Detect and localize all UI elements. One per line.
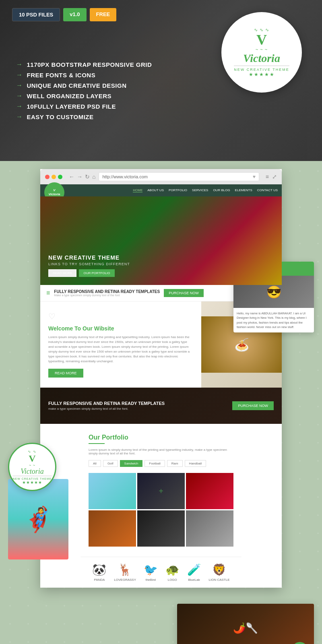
address-bar[interactable]: http://www.victoria.com ♥ [99,172,259,181]
victoria-logo: ∿ ∿ ∿ V ~ ~ ~ Victoria NEW CREATIVE THEM… [221,12,302,93]
portfolio-item-3[interactable] [186,473,233,509]
feature-item-4: WELL ORGANIZED LAYERS [16,92,306,99]
logo-main: 🐢 LOGO [165,563,180,582]
banner-subtitle: Make a type specimen simply dummy text o… [54,294,160,297]
banner-title: FULLY RESPONSIVE AND RETINA READY TEMPLA… [54,289,160,294]
logo-thebird: 🐦 theBird [144,563,158,582]
parallax-purchase-btn[interactable]: PURCHASE NOW [232,401,274,410]
read-more-btn[interactable]: READ MORE [48,369,83,378]
filter-football[interactable]: Football [144,460,165,467]
hero-banner: NEW CREATIVE THEME LINKS TO TRY SOMETHIN… [40,196,282,285]
nav-elements[interactable]: ELEMENTS [235,188,252,192]
portfolio-divider [89,443,105,444]
thebird-label: theBird [146,578,156,582]
portfolio-item-2[interactable]: + [137,473,185,509]
lion-icon: 🦁 [212,563,226,576]
version-badge: v1.0 [63,8,86,21]
purchase-now-button[interactable]: PURCHASE NOW [164,289,204,297]
content-wrapper: 👤 About me 😎 Hello, my name is ABDULLAH … [0,161,322,644]
side-logo-letter: V [29,454,35,463]
forward-button[interactable]: → [77,173,83,180]
close-button[interactable] [45,175,50,179]
side-logo-name: Victoria [21,467,44,476]
filter-tabs: All Golf Sandwich Football Ram Handball [89,460,233,467]
portfolio-item-4[interactable] [89,510,136,547]
browser-controls: ← → ↻ ⌂ [69,173,95,180]
welcome-text: Lorem ipsum simply dummy text of the pri… [48,335,193,364]
browser-mockup: ← → ↻ ⌂ http://www.victoria.com ♥ ≡ ⤢ V … [40,169,282,588]
logo-lion: 🦁 LION CASTLE [209,563,230,582]
nav-services[interactable]: SERVICES [192,188,208,192]
logo-ornament-bottom: ~ ~ ~ [256,47,268,52]
blog-image: 🌶️🥄 23 Oct [177,604,314,644]
portfolio-title: Our Portfolio [89,434,233,441]
filter-golf[interactable]: Golf [103,460,118,467]
logo-name: Victoria [243,52,280,65]
banner-text: FULLY RESPONSIVE AND RETINA READY TEMPLA… [54,289,160,297]
psd-files-badge: 10 PSD FILES [12,8,60,21]
parallax-bar: FULLY RESPONSIVE AND RETINA READY TEMPLA… [40,388,282,424]
side-logo-subtitle: NEW CREATIVE THEME [12,476,52,480]
badges-container: 10 PSD FILES v1.0 FREE [12,8,116,21]
parallax-title: FULLY RESPONSIVE AND RETINA READY TEMPLA… [48,401,165,406]
portfolio-section: Our Portfolio Lorem ipsum is simply dumm… [80,424,242,557]
logo-letter: V [256,33,267,47]
welcome-column: ♡ Welcome To Our Wibsite Lorem ipsum sim… [40,301,201,388]
url-text: http://www.victoria.com [102,174,147,179]
about-text: Hello, my name is ABDULLAH BARAKAT. I am… [233,308,314,332]
feature-item-5: 10FULLY LAYERED PSD FILE [16,103,306,110]
filter-handball[interactable]: Handball [185,460,206,467]
heart-icon: ♥ [253,174,256,180]
browser-chrome: ← → ↻ ⌂ http://www.victoria.com ♥ ≡ ⤢ [40,169,282,184]
side-ornament-bottom: ~ ~ [29,463,35,467]
portfolio-text: Lorem ipsum is simply dummy text of the … [89,448,233,455]
panda-icon: 🐼 [92,563,106,576]
portfolio-item-6[interactable] [186,510,233,547]
read-more-button[interactable]: READ MORE [48,269,76,277]
nav-about[interactable]: ABOUT US [147,188,164,192]
hero-overlay-text: NEW CREATIVE THEME LINKS TO TRY SOMETHIN… [48,254,130,277]
portfolio-item-1[interactable]: + [89,473,136,509]
filter-ram[interactable]: Ram [167,460,183,467]
lovegrassy-label: LOVEGRASSY [114,578,136,582]
nav-links: HOME ABOUT US PORTFOLIO SERVICES OUR BLO… [133,188,278,192]
turtle-icon: 🐢 [165,563,180,576]
logo-stars: ★★★★★ [249,72,275,77]
nav-home[interactable]: HOME [133,188,142,192]
menu-icon[interactable]: ≡ [266,173,269,180]
heart-icon: ♡ [48,312,193,321]
filter-sandwich[interactable]: Sandwich [120,460,143,467]
panda-label: PANDA [94,578,105,582]
nav-contact[interactable]: CONTACT US [257,188,278,192]
portfolio-item-5[interactable] [137,510,185,547]
welcome-title: Welcome To Our Wibsite [48,325,193,332]
filter-all[interactable]: All [89,460,101,467]
lab-icon: 🧪 [187,563,201,576]
side-victoria-card: ∿ ∿ V ~ ~ Victoria NEW CREATIVE THEME ★★… [8,443,76,559]
blog-card: 🌶️🥄 23 Oct WE HAVE A LARGE EXPERIENCE CO… [177,604,314,644]
free-badge: FREE [90,8,117,21]
site-navigation: V Victoria HOME ABOUT US PORTFOLIO SERVI… [40,184,282,196]
portfolio-grid: + + [89,473,233,547]
home-button[interactable]: ⌂ [92,173,95,180]
main-label: LOGO [168,578,177,582]
parallax-text: FULLY RESPONSIVE AND RETINA READY TEMPLA… [48,401,165,411]
nav-blog[interactable]: OUR BLOG [213,188,230,192]
feature-item-6: EASY TO CUSTOMIZE [16,113,306,120]
hero-tagline: NEW CREATIVE THEME [48,254,130,261]
hero-sub: LINKS TO TRY SOMETHING DIFFERENT [48,262,130,266]
expand-icon[interactable]: ⤢ [272,173,277,180]
refresh-button[interactable]: ↻ [85,173,90,180]
maximize-button[interactable] [58,175,62,179]
back-button[interactable]: ← [69,173,74,180]
minimize-button[interactable] [52,175,56,179]
logo-subtitle: NEW CREATIVE THEME [234,66,289,72]
portfolio-button[interactable]: OUR PORTFOLIO [79,269,114,277]
hero-section: 10 PSD FILES v1.0 FREE 1170PX BOOTSTRAP … [0,0,322,161]
lovegrassy-icon: 🦌 [118,563,132,576]
nav-portfolio[interactable]: PORTFOLIO [169,188,187,192]
parallax-sub: make a type specimen simply dummy text o… [48,407,165,411]
lion-label: LION CASTLE [209,578,230,582]
logos-bar: 🐼 PANDA 🦌 LOVEGRASSY 🐦 theBird 🐢 LOGO 🧪 … [80,557,242,588]
logo-lovegrassy: 🦌 LOVEGRASSY [114,563,136,582]
